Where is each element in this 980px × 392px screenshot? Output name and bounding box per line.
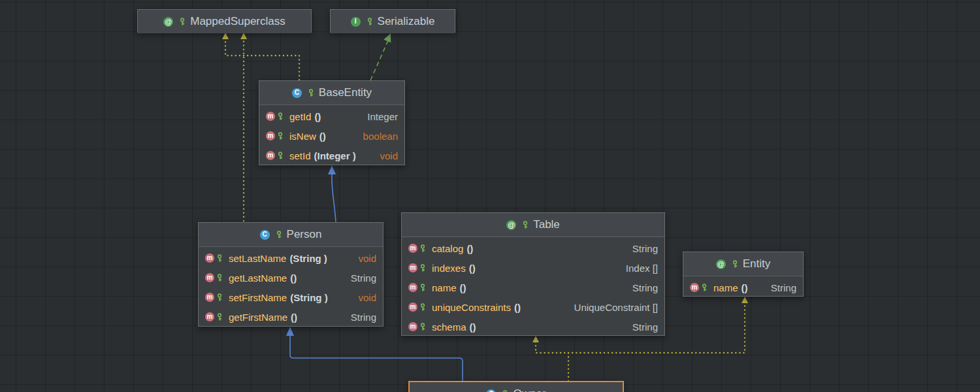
key-icon: [307, 89, 315, 97]
interface-icon: I: [351, 17, 361, 27]
node-header: C Person: [199, 223, 383, 247]
member-type: String: [762, 282, 796, 293]
member-row[interactable]: m setId (Integer ) void: [259, 146, 404, 165]
method-icon: m: [205, 293, 214, 302]
node-header: @ MappedSuperclass: [138, 10, 311, 33]
annotation-icon: @: [716, 259, 726, 269]
member-params: (): [460, 282, 466, 293]
member-type: String: [623, 321, 658, 333]
arrowhead-implements-serializable: [384, 32, 394, 43]
member-params: (): [742, 282, 748, 293]
node-owner[interactable]: C Owner: [408, 381, 624, 392]
node-person[interactable]: C Person m setLastName (String ) void m …: [198, 222, 384, 327]
method-icon: m: [266, 131, 275, 140]
key-icon: [731, 260, 739, 268]
key-icon: [216, 274, 223, 282]
member-type: UniqueConstraint []: [565, 302, 658, 313]
node-baseentity[interactable]: C BaseEntity m getId () Integer m isNew …: [259, 80, 405, 165]
member-params: (): [291, 312, 297, 323]
key-icon: [419, 264, 427, 272]
key-icon: [178, 18, 186, 25]
member-row[interactable]: m setFirstName (String ) void: [199, 287, 383, 307]
annotation-icon: @: [506, 220, 516, 230]
member-row[interactable]: m setLastName (String ) void: [199, 248, 383, 268]
member-name: setFirstName: [229, 292, 287, 303]
diagram-canvas[interactable]: @ MappedSuperclass I Serializable C Base…: [0, 0, 980, 392]
member-name: name: [432, 282, 457, 293]
class-icon: C: [260, 230, 270, 240]
member-row[interactable]: m getId () Integer: [259, 106, 404, 126]
member-params: (Integer ): [314, 150, 356, 161]
member-name: uniqueConstraints: [432, 302, 511, 313]
member-params: (): [469, 263, 476, 274]
member-name: setId: [289, 150, 311, 161]
node-title: Owner: [513, 387, 546, 392]
node-title: Person: [287, 228, 322, 241]
method-icon: m: [408, 302, 417, 312]
member-row[interactable]: m name () String: [402, 278, 664, 297]
member-list: m setLastName (String ) void m getLastNa…: [199, 247, 383, 328]
node-title: Entity: [743, 257, 771, 270]
member-row[interactable]: m getLastName () String: [199, 268, 383, 287]
member-row[interactable]: m uniqueConstraints () UniqueConstraint …: [402, 297, 664, 317]
member-row[interactable]: m catalog () String: [402, 238, 664, 258]
member-params: (): [514, 302, 521, 313]
arrowhead-extends-baseentity: [328, 165, 336, 174]
edge-owner-annotation-table[interactable]: [536, 338, 568, 381]
key-icon: [276, 112, 284, 120]
member-list: m catalog () String m indexes () Index […: [402, 237, 664, 338]
edge-baseentity-implements-serializable[interactable]: [370, 39, 389, 80]
edge-baseentity-annotation-mappedsuperclass[interactable]: [225, 35, 299, 80]
member-type: void: [349, 292, 376, 303]
member-name: catalog: [432, 243, 463, 254]
node-header: @ Entity: [683, 252, 803, 276]
member-params: (): [314, 111, 321, 122]
member-params: (String ): [289, 253, 327, 264]
method-icon: m: [205, 312, 214, 321]
node-mappedsuperclass[interactable]: @ MappedSuperclass: [137, 9, 312, 33]
member-params: (String ): [290, 292, 328, 303]
member-name: setLastName: [229, 253, 286, 264]
arrowhead-annotation-mappedsuperclass-2: [240, 33, 247, 39]
member-name: isNew: [289, 131, 316, 142]
member-name: schema: [432, 321, 466, 333]
method-icon: m: [266, 151, 275, 160]
member-type: String: [342, 312, 376, 323]
method-icon: m: [408, 263, 417, 272]
node-title: Serializable: [378, 15, 435, 28]
member-row[interactable]: m getFirstName () String: [199, 307, 383, 327]
member-name: name: [713, 282, 738, 293]
node-header: @ Table: [402, 213, 664, 237]
node-header: C Owner: [410, 382, 623, 392]
node-serializable[interactable]: I Serializable: [330, 9, 455, 33]
edge-person-extends-baseentity[interactable]: [332, 174, 336, 222]
member-type: void: [370, 150, 398, 161]
member-type: String: [623, 282, 658, 293]
member-type: void: [349, 253, 376, 264]
member-row[interactable]: m name () String: [683, 278, 803, 297]
node-header: I Serializable: [331, 10, 455, 33]
member-row[interactable]: m schema () String: [402, 317, 664, 336]
member-row[interactable]: m indexes () Index []: [402, 258, 664, 278]
method-icon: m: [408, 244, 417, 253]
method-icon: m: [205, 253, 214, 263]
key-icon: [275, 231, 283, 238]
member-name: getLastName: [229, 272, 287, 284]
member-params: (): [319, 131, 326, 142]
arrowhead-annotation-mappedsuperclass-1: [222, 33, 229, 39]
key-icon: [419, 244, 427, 252]
member-params: (): [290, 272, 297, 284]
key-icon: [276, 132, 284, 140]
node-entity[interactable]: @ Entity m name () String: [683, 252, 804, 297]
annotation-icon: @: [163, 17, 173, 27]
method-icon: m: [690, 283, 699, 292]
node-title: Table: [533, 218, 560, 231]
key-icon: [419, 303, 427, 311]
node-table[interactable]: @ Table m catalog () String m indexes ()…: [401, 212, 665, 336]
member-type: String: [623, 243, 658, 254]
member-name: getId: [289, 111, 311, 122]
key-icon: [419, 323, 427, 331]
member-row[interactable]: m isNew () boolean: [259, 126, 404, 146]
member-type: boolean: [354, 131, 398, 142]
key-icon: [276, 152, 284, 159]
